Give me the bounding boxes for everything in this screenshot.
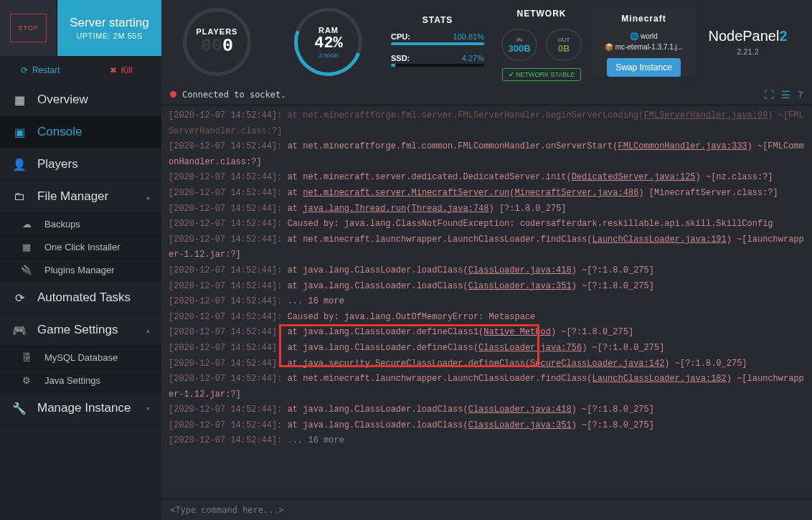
stats-block: STATS CPU: 100.81% SSD: 4.27% [384,9,491,75]
plug-icon: 🔌 [19,265,34,275]
nav-manage-instance[interactable]: 🔧Manage Instance▾ [0,392,161,425]
nav-backups[interactable]: ☁Backups [0,213,161,236]
refresh-icon: ⟳ [11,291,27,305]
gauges: PLAYERS 0 RAM 42% 2.50GB STATS CPU: 100.… [161,0,812,84]
wrench-icon: 🔧 [11,402,27,415]
gear-icon: ⚙ [19,375,34,386]
ssd-value: 4.27% [462,54,484,62]
chevron-down-icon: ▾ [146,405,150,412]
status-info: Server starting UPTIME: 2M 55S [57,0,161,56]
console-icon: ▣ [11,126,27,139]
ssd-label: SSD: [391,54,410,62]
sidebar: ▦Overview ▣Console 👤Players 🗀File Manage… [0,84,161,520]
check-icon: ✔ [509,71,514,78]
user-icon: 👤 [11,158,27,171]
cpu-label: CPU: [391,32,410,41]
stop-button[interactable]: STOP [10,14,46,42]
tool-columns-icon[interactable]: ⛶ [764,89,774,100]
nav-plugins[interactable]: 🔌Plugins Manager [0,259,161,282]
grid-small-icon: ▦ [19,242,34,252]
instance-title: Minecraft [621,14,666,24]
network-out: OUT 0B [546,29,582,61]
network-in: IN 300B [501,29,537,61]
chevron-up-icon: ▴ [146,326,150,334]
grid-icon: ▦ [11,93,27,107]
nodepanel-logo: NodePanel2 2.21.2 [696,28,800,56]
gamepad-icon: 🎮 [11,323,27,337]
nav-one-click[interactable]: ▦One Click Installer [0,236,161,259]
network-title: NETWORK [517,9,567,19]
restart-button[interactable]: ⟳ Restart [0,56,81,84]
nav-java[interactable]: ⚙Java Settings [0,369,161,392]
database-icon: 🗄 [19,352,34,363]
kill-icon: ✖ [110,65,117,75]
folder-icon: 🗀 [11,190,27,203]
kill-button[interactable]: ✖ Kill [81,56,162,84]
package-icon: 📦 [605,43,615,51]
tool-list-icon[interactable]: ☰ [781,89,790,100]
console-input-wrapper [161,498,812,520]
world-name: 🌐 world [630,32,658,40]
network-block: NETWORK IN 300B OUT 0B ✔ NETWORK STABLE [491,3,592,81]
nav-file-manager[interactable]: 🗀File Manager▴ [0,181,161,213]
cpu-value: 100.81% [453,32,484,41]
modpack-name: 📦 mc-eternal-1.3.7.1.j... [605,43,683,51]
ram-gauge: RAM 42% 2.50GB [273,8,384,76]
console-tools: ⛶ ☰ ? [764,89,803,100]
server-status: Server starting [70,16,149,30]
players-gauge: PLAYERS 0 [161,8,273,76]
nav-console[interactable]: ▣Console [0,116,161,148]
ssd-bar [391,64,484,67]
nav-players[interactable]: 👤Players [0,148,161,181]
console-output[interactable]: [2020-12-07 14:52:44]: at net.minecraftf… [161,105,812,498]
nav-game-settings[interactable]: 🎮Game Settings▴ [0,314,161,346]
console-panel: Connected to socket. ⛶ ☰ ? [2020-12-07 1… [161,84,812,520]
server-uptime: UPTIME: 2M 55S [76,32,143,40]
network-stable-badge: ✔ NETWORK STABLE [502,68,582,81]
connection-dot-icon [170,91,176,98]
restart-icon: ⟳ [21,65,28,75]
nav-mysql[interactable]: 🗄MySQL Database [0,346,161,369]
nav-overview[interactable]: ▦Overview [0,84,161,116]
nav-automated-tasks[interactable]: ⟳Automated Tasks [0,282,161,314]
status-block: STOP Server starting UPTIME: 2M 55S ⟳ Re… [0,0,161,84]
connection-status: Connected to socket. [182,90,286,100]
stop-container: STOP [0,0,57,56]
chevron-up-icon: ▴ [146,193,150,201]
globe-icon: 🌐 [630,32,641,40]
top-bar: STOP Server starting UPTIME: 2M 55S ⟳ Re… [0,0,812,84]
stats-title: STATS [422,15,453,25]
cloud-icon: ☁ [19,219,34,230]
cpu-bar [391,42,484,45]
console-input[interactable] [170,505,803,515]
swap-instance-button[interactable]: Swap Instance [607,58,681,77]
instance-block: Minecraft 🌐 world 📦 mc-eternal-1.3.7.1.j… [592,8,696,77]
tool-help-icon[interactable]: ? [798,89,803,100]
nodepanel-version: 2.21.2 [737,47,759,56]
